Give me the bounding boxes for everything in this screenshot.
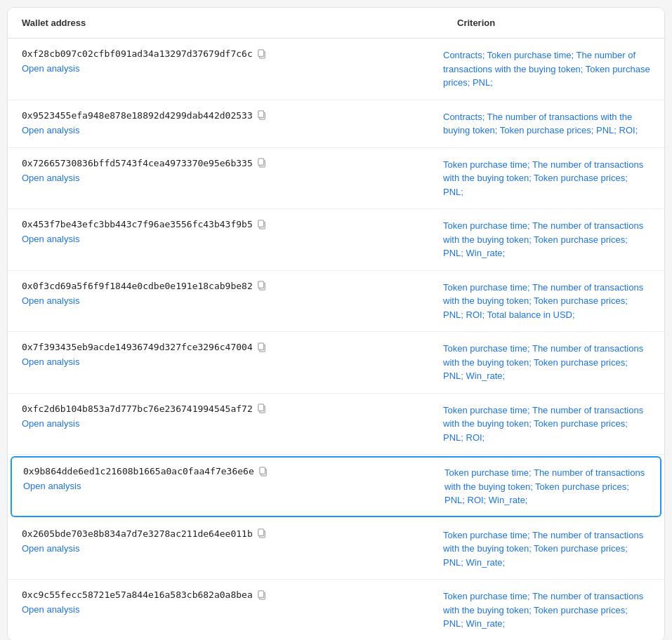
criterion-cell: Token purchase time; The number of trans…	[443, 528, 650, 570]
table-row: 0x7f393435eb9acde14936749d327fce3296c470…	[8, 332, 664, 394]
criterion-cell: Token purchase time; The number of trans…	[443, 219, 650, 260]
open-analysis-link[interactable]: Open analysis	[22, 356, 79, 367]
table-row: 0x9b864dde6ed1c21608b1665a0ac0faa4f7e36e…	[11, 456, 661, 517]
address-text: 0x2605bde703e8b834a7d7e3278ac211de64ee01…	[22, 528, 253, 539]
criterion-cell: Token purchase time; The number of trans…	[443, 342, 650, 383]
criterion-cell: Token purchase time; The number of trans…	[443, 589, 650, 631]
address-text: 0x453f7be43efc3bb443c7f96ae3556fc43b43f9…	[22, 219, 253, 229]
svg-rect-11	[258, 342, 263, 349]
criterion-cell: Token purchase time; The number of trans…	[443, 404, 650, 445]
criterion-column-header: Criterion	[457, 18, 650, 28]
open-analysis-link[interactable]: Open analysis	[22, 125, 79, 135]
wallet-address: 0x72665730836bffd5743f4cea4973370e95e6b3…	[22, 158, 443, 168]
table-row: 0x453f7be43efc3bb443c7f96ae3556fc43b43f9…	[8, 209, 664, 271]
wallet-table: Wallet address Criterion 0xf28cb097c02cf…	[7, 7, 665, 640]
table-row: 0xc9c55fecc58721e57a844e16a583cb682a0a8b…	[8, 580, 664, 640]
criterion-cell: Token purchase time; The number of trans…	[443, 281, 650, 322]
address-text: 0xf28cb097c02cfbf091ad34a13297d37679df7c…	[22, 48, 253, 59]
copy-icon[interactable]	[257, 528, 267, 538]
open-analysis-link[interactable]: Open analysis	[22, 173, 79, 183]
wallet-cell: 0x453f7be43efc3bb443c7f96ae3556fc43b43f9…	[22, 219, 443, 245]
wallet-cell: 0x9523455efa948e878e18892d4299dab442d025…	[22, 110, 443, 136]
open-analysis-link[interactable]: Open analysis	[22, 234, 79, 244]
wallet-address: 0x2605bde703e8b834a7d7e3278ac211de64ee01…	[22, 528, 443, 539]
wallet-cell: 0x0f3cd69a5f6f9f1844e0cdbe0e191e18cab9be…	[22, 281, 443, 307]
wallet-cell: 0xfc2d6b104b853a7d777bc76e236741994545af…	[22, 404, 443, 429]
svg-rect-17	[258, 529, 263, 536]
address-text: 0xfc2d6b104b853a7d777bc76e236741994545af…	[22, 404, 253, 414]
criterion-cell: Contracts; Token purchase time; The numb…	[443, 48, 650, 90]
table-body: 0xf28cb097c02cfbf091ad34a13297d37679df7c…	[8, 39, 664, 640]
wallet-address: 0x9523455efa948e878e18892d4299dab442d025…	[22, 110, 443, 121]
svg-rect-3	[258, 111, 263, 118]
table-row: 0x0f3cd69a5f6f9f1844e0cdbe0e191e18cab9be…	[8, 271, 664, 333]
copy-icon[interactable]	[257, 49, 267, 59]
wallet-address: 0x453f7be43efc3bb443c7f96ae3556fc43b43f9…	[22, 219, 443, 229]
table-row: 0xf28cb097c02cfbf091ad34a13297d37679df7c…	[8, 39, 664, 100]
svg-rect-15	[259, 467, 265, 474]
svg-rect-7	[258, 220, 263, 227]
svg-rect-13	[258, 404, 263, 411]
table-header: Wallet address Criterion	[8, 8, 664, 39]
svg-rect-9	[258, 281, 263, 288]
svg-rect-5	[258, 159, 263, 166]
address-text: 0xc9c55fecc58721e57a844e16a583cb682a0a8b…	[22, 589, 253, 600]
wallet-cell: 0x72665730836bffd5743f4cea4973370e95e6b3…	[22, 158, 443, 184]
criterion-cell: Token purchase time; The number of trans…	[443, 158, 650, 199]
copy-icon[interactable]	[258, 467, 268, 476]
open-analysis-link[interactable]: Open analysis	[22, 604, 79, 615]
wallet-address: 0xfc2d6b104b853a7d777bc76e236741994545af…	[22, 404, 443, 414]
wallet-address: 0xf28cb097c02cfbf091ad34a13297d37679df7c…	[22, 48, 443, 59]
wallet-column-header: Wallet address	[22, 18, 457, 28]
copy-icon[interactable]	[257, 158, 267, 168]
wallet-cell: 0xc9c55fecc58721e57a844e16a583cb682a0a8b…	[22, 589, 443, 615]
open-analysis-link[interactable]: Open analysis	[22, 418, 79, 429]
copy-icon[interactable]	[257, 590, 267, 600]
address-text: 0x7f393435eb9acde14936749d327fce3296c470…	[22, 342, 253, 352]
table-row: 0x9523455efa948e878e18892d4299dab442d025…	[8, 100, 664, 148]
copy-icon[interactable]	[257, 404, 267, 413]
wallet-address: 0xc9c55fecc58721e57a844e16a583cb682a0a8b…	[22, 589, 443, 600]
address-text: 0x9b864dde6ed1c21608b1665a0ac0faa4f7e36e…	[23, 466, 254, 476]
wallet-cell: 0x7f393435eb9acde14936749d327fce3296c470…	[22, 342, 443, 368]
wallet-cell: 0x9b864dde6ed1c21608b1665a0ac0faa4f7e36e…	[23, 466, 444, 492]
address-text: 0x9523455efa948e878e18892d4299dab442d025…	[22, 110, 253, 121]
svg-rect-1	[258, 49, 263, 56]
copy-icon[interactable]	[257, 281, 267, 291]
address-text: 0x0f3cd69a5f6f9f1844e0cdbe0e191e18cab9be…	[22, 281, 253, 291]
wallet-cell: 0x2605bde703e8b834a7d7e3278ac211de64ee01…	[22, 528, 443, 554]
open-analysis-link[interactable]: Open analysis	[22, 295, 79, 306]
address-text: 0x72665730836bffd5743f4cea4973370e95e6b3…	[22, 158, 253, 168]
wallet-address: 0x9b864dde6ed1c21608b1665a0ac0faa4f7e36e…	[23, 466, 444, 476]
table-row: 0xfc2d6b104b853a7d777bc76e236741994545af…	[8, 394, 664, 455]
copy-icon[interactable]	[257, 220, 267, 229]
open-analysis-link[interactable]: Open analysis	[22, 543, 79, 554]
copy-icon[interactable]	[257, 110, 267, 120]
criterion-cell: Contracts; The number of transactions wi…	[443, 110, 650, 138]
open-analysis-link[interactable]: Open analysis	[23, 481, 81, 491]
criterion-cell: Token purchase time; The number of trans…	[444, 466, 649, 507]
svg-rect-19	[258, 590, 263, 597]
wallet-address: 0x0f3cd69a5f6f9f1844e0cdbe0e191e18cab9be…	[22, 281, 443, 291]
table-row: 0x72665730836bffd5743f4cea4973370e95e6b3…	[8, 148, 664, 210]
open-analysis-link[interactable]: Open analysis	[22, 63, 79, 74]
table-row: 0x2605bde703e8b834a7d7e3278ac211de64ee01…	[8, 519, 664, 580]
wallet-address: 0x7f393435eb9acde14936749d327fce3296c470…	[22, 342, 443, 352]
copy-icon[interactable]	[257, 342, 267, 352]
wallet-cell: 0xf28cb097c02cfbf091ad34a13297d37679df7c…	[22, 48, 443, 74]
